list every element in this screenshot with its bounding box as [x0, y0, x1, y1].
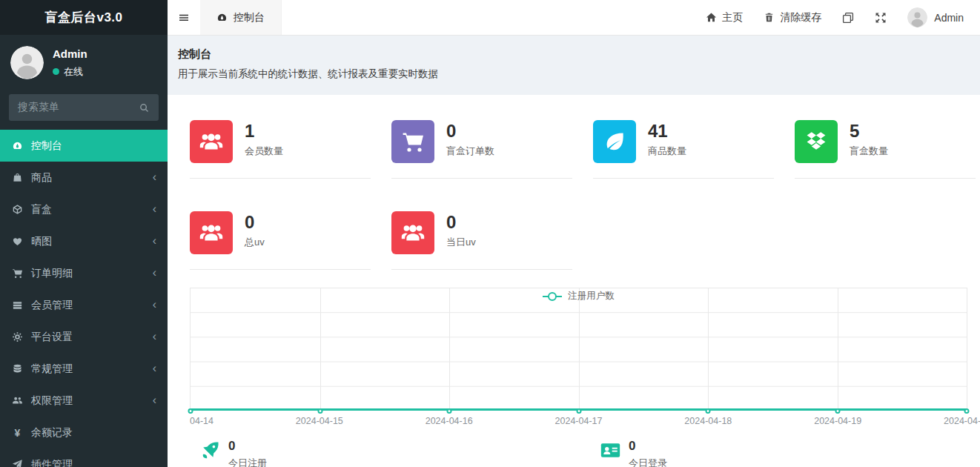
sidebar-item-blindbox[interactable]: 盲盒 ‹ — [0, 193, 168, 225]
app-title: 盲盒后台v3.0 — [0, 0, 168, 35]
stat-label: 当日uv — [446, 236, 476, 249]
chart-gridline — [838, 288, 838, 411]
sidebar-item-platform-settings[interactable]: 平台设置 ‹ — [0, 321, 168, 353]
page-subtitle: 用于展示当前系统中的统计数据、统计报表及重要实时数据 — [178, 67, 968, 81]
chevron-left-icon: ‹ — [153, 235, 156, 248]
chevron-left-icon: ‹ — [153, 203, 156, 216]
sidebar-item-label: 余额记录 — [31, 426, 73, 440]
clear-cache-label: 清除缓存 — [780, 11, 821, 24]
x-axis-tick-label: 2024-04-20 — [944, 416, 980, 426]
sidebar-item-label: 控制台 — [31, 139, 62, 153]
clear-cache-button[interactable]: 清除缓存 — [764, 11, 821, 24]
chart-point-marker — [835, 408, 840, 414]
fullscreen-icon[interactable] — [875, 12, 887, 24]
paper-plane-icon — [11, 459, 24, 467]
sidebar-item-goods[interactable]: 商品 ‹ — [0, 162, 168, 193]
chart-legend[interactable]: 注册用户数 — [191, 290, 967, 302]
sidebar-item-label: 常规管理 — [31, 362, 73, 376]
sidebar-menu: 控制台 商品 ‹ 盲盒 ‹ 晒图 ‹ 订单明细 ‹ 会员管理 ‹ — [0, 130, 168, 467]
search-icon[interactable] — [139, 102, 150, 113]
hamburger-icon[interactable] — [168, 0, 200, 35]
gauge-icon — [11, 140, 24, 152]
stat-value: 41 — [648, 122, 686, 140]
list-icon — [11, 299, 24, 311]
chart-plot: 注册用户数 — [190, 288, 967, 411]
chart-point-marker — [706, 408, 711, 414]
sidebar-item-permissions[interactable]: 权限管理 ‹ — [0, 385, 168, 417]
sidebar-item-dashboard[interactable]: 控制台 — [0, 130, 168, 162]
user-name: Admin — [53, 47, 87, 60]
sidebar-item-label: 会员管理 — [31, 299, 73, 312]
stat-value: 0 — [228, 439, 267, 454]
chart-gridline — [449, 288, 450, 411]
stat-today-login: 0 今日登录 — [600, 439, 667, 467]
chevron-left-icon: ‹ — [153, 299, 156, 312]
group-icon — [190, 120, 233, 163]
database-icon — [11, 363, 24, 375]
stat-cards: 1 会员数量 0 盲盒订单数 41 商品数量 5 盲盒数量 0 总uv — [190, 117, 976, 270]
sidebar-item-balance[interactable]: ¥ 余额记录 — [0, 417, 168, 448]
page-title: 控制台 — [178, 47, 968, 62]
main-content: 1 会员数量 0 盲盒订单数 41 商品数量 5 盲盒数量 0 总uv — [168, 95, 980, 467]
sidebar-item-members[interactable]: 会员管理 ‹ — [0, 289, 168, 321]
bag-icon — [11, 172, 24, 184]
online-status-label: 在线 — [64, 65, 83, 79]
chevron-left-icon: ‹ — [153, 362, 156, 376]
username-label: Admin — [934, 12, 964, 24]
avatar — [907, 7, 927, 27]
x-axis-tick-label: 2024-04-19 — [814, 416, 861, 426]
stat-label: 总uv — [245, 236, 265, 249]
x-axis-tick-label: 2024-04-18 — [684, 416, 732, 426]
stat-label: 会员数量 — [245, 145, 283, 158]
user-menu[interactable]: Admin — [907, 7, 964, 27]
group-icon — [391, 211, 434, 254]
legend-line-marker-icon — [543, 296, 562, 297]
group-icon — [190, 211, 233, 254]
x-axis-tick-label: 2024-04-16 — [426, 416, 473, 426]
x-axis-tick-label: 2024-04-14 — [190, 416, 213, 426]
stat-card-boxes: 5 盲盒数量 — [795, 117, 976, 179]
stat-label: 盲盒数量 — [850, 145, 888, 158]
stat-card-total-uv: 0 总uv — [190, 208, 371, 270]
stat-label: 今日注册 — [228, 457, 267, 467]
cart-icon — [391, 120, 434, 163]
chevron-left-icon: ‹ — [153, 394, 156, 408]
search-input[interactable]: 搜索菜单 — [9, 94, 159, 121]
sidebar: 盲盒后台v3.0 Admin 在线 搜索菜单 控制台 商品 ‹ — [0, 0, 168, 467]
sidebar-item-general[interactable]: 常规管理 ‹ — [0, 353, 168, 385]
sidebar-item-plugins[interactable]: 插件管理 — [0, 448, 168, 467]
chart-point-marker — [964, 408, 970, 414]
top-navbar: 控制台 主页 清除缓存 Admin — [168, 0, 980, 36]
chart-point-marker — [317, 408, 322, 414]
stat-value: 0 — [629, 439, 667, 454]
stat-card-members: 1 会员数量 — [190, 117, 371, 179]
sidebar-item-orders[interactable]: 订单明细 ‹ — [0, 257, 168, 289]
stat-card-daily-uv: 0 当日uv — [391, 208, 572, 270]
trash-icon — [764, 12, 775, 23]
home-button[interactable]: 主页 — [706, 11, 743, 24]
chart-point-marker — [188, 408, 193, 414]
chart-point-marker — [447, 408, 452, 414]
footer-stats: 0 今日注册 0 今日登录 — [190, 439, 976, 467]
stat-today-register: 0 今日注册 — [200, 439, 267, 467]
search-placeholder: 搜索菜单 — [18, 101, 139, 114]
clone-icon[interactable] — [842, 12, 854, 24]
idcard-icon — [600, 440, 620, 460]
sidebar-item-label: 平台设置 — [31, 331, 73, 344]
legend-label: 注册用户数 — [568, 290, 615, 302]
stat-value: 0 — [245, 213, 265, 231]
sidebar-item-label: 晒图 — [31, 235, 52, 248]
sidebar-item-photos[interactable]: 晒图 ‹ — [0, 225, 168, 257]
x-axis-tick-label: 2024-04-15 — [296, 416, 343, 426]
chart-gridline — [708, 288, 709, 411]
chart-gridline — [579, 288, 580, 411]
tab-dashboard[interactable]: 控制台 — [200, 0, 282, 35]
tab-label: 控制台 — [234, 11, 265, 24]
leaf-icon — [593, 120, 636, 163]
registered-users-chart: 注册用户数 2024-04-142024-04-152024-04-162024… — [190, 288, 967, 427]
avatar — [10, 46, 44, 79]
chart-gridline — [320, 288, 321, 411]
rocket-icon — [200, 440, 220, 460]
stat-value: 5 — [850, 122, 888, 140]
heart-icon — [11, 236, 24, 248]
